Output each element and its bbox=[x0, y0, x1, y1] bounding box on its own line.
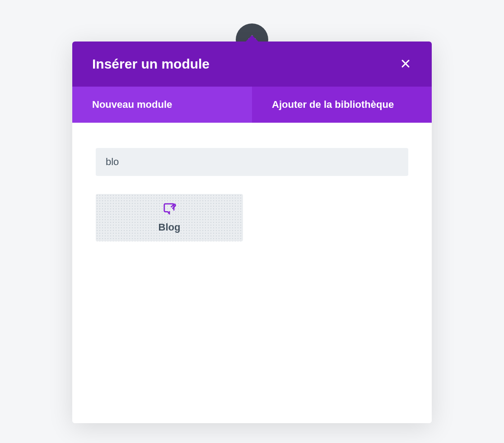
module-card-label: Blog bbox=[159, 222, 181, 233]
modal-title: Insérer un module bbox=[92, 56, 210, 72]
module-results: Blog bbox=[96, 194, 408, 241]
close-button[interactable] bbox=[396, 54, 415, 74]
tab-label: Nouveau module bbox=[92, 99, 172, 110]
tab-label: Ajouter de la bibliothèque bbox=[272, 99, 394, 110]
modal-body: Blog bbox=[72, 123, 432, 424]
close-icon bbox=[400, 58, 411, 70]
modal-header: Insérer un module bbox=[72, 42, 432, 87]
tabs: Nouveau module Ajouter de la bibliothèqu… bbox=[72, 87, 432, 123]
module-card-blog[interactable]: Blog bbox=[96, 194, 243, 241]
module-search-input[interactable] bbox=[96, 148, 408, 176]
insert-module-modal: Insérer un module Nouveau module Ajouter… bbox=[72, 42, 432, 423]
tab-add-from-library[interactable]: Ajouter de la bibliothèque bbox=[252, 87, 432, 123]
tab-new-module[interactable]: Nouveau module bbox=[72, 87, 252, 123]
blog-icon bbox=[163, 202, 176, 217]
modal: Insérer un module Nouveau module Ajouter… bbox=[72, 42, 432, 423]
modal-pointer bbox=[245, 35, 259, 42]
